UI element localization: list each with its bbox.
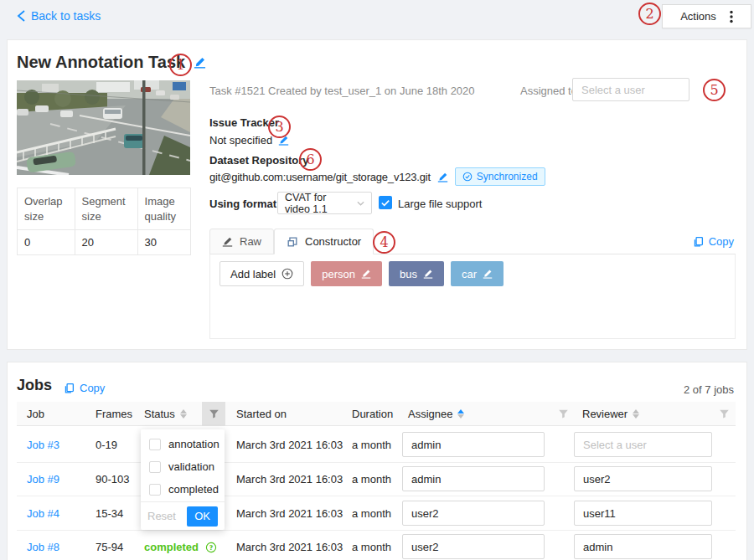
label-chip-person-text: person xyxy=(322,268,355,280)
annotation-circle-3: 3 xyxy=(268,116,291,138)
col-status[interactable]: Status xyxy=(144,402,187,426)
block-icon xyxy=(287,236,298,248)
col-duration: Duration xyxy=(352,402,393,426)
filter-reset-button[interactable]: Reset xyxy=(147,510,176,522)
check-circle-icon xyxy=(462,172,473,182)
status-cell: completed ? xyxy=(144,541,217,553)
col-started: Started on xyxy=(236,402,287,426)
assignee-sorter-icon[interactable] xyxy=(457,409,464,419)
assignee-input[interactable] xyxy=(402,534,545,559)
cvat-task-page: Back to tasks Actions New Annotation Tas… xyxy=(0,0,754,560)
edit-label-icon[interactable] xyxy=(483,269,493,279)
question-circle-icon[interactable]: ? xyxy=(205,542,217,553)
job-link[interactable]: Job #8 xyxy=(27,541,59,553)
filter-option-label: annotation xyxy=(168,438,219,450)
job-link[interactable]: Job #3 xyxy=(27,439,59,451)
col-job: Job xyxy=(27,402,44,426)
checkbox-unchecked[interactable] xyxy=(149,461,161,473)
using-format-label: Using format: xyxy=(209,198,281,210)
reviewer-input[interactable] xyxy=(574,432,712,457)
param-header-segment: Segment size xyxy=(75,188,137,230)
label-chip-car-text: car xyxy=(462,268,477,280)
label-chip-car[interactable]: car xyxy=(451,261,504,286)
status-sorter-icon[interactable] xyxy=(180,409,187,419)
tab-constructor[interactable]: Constructor xyxy=(274,229,374,254)
labels-copy-button[interactable]: Copy xyxy=(693,235,734,248)
annotation-circle-2: 2 xyxy=(638,3,661,25)
back-to-tasks-link[interactable]: Back to tasks xyxy=(17,9,101,23)
filter-ok-button[interactable]: OK xyxy=(187,506,218,527)
status-filter-icon[interactable] xyxy=(202,402,225,426)
frames-cell: 75-94 xyxy=(96,541,123,553)
duration-cell: a month xyxy=(352,507,391,520)
annotation-circle-5: 5 xyxy=(703,79,726,101)
filter-option-annotation[interactable]: annotation xyxy=(141,433,225,455)
filter-option-completed[interactable]: completed xyxy=(141,478,225,501)
col-assignee[interactable]: Assignee xyxy=(408,402,464,426)
sync-status-tag: Synchronized xyxy=(455,167,545,186)
started-cell: March 3rd 2021 16:03 xyxy=(236,439,343,451)
reviewer-filter-icon[interactable] xyxy=(712,402,736,426)
dataset-repository-url[interactable]: git@github.com:username/git_storage_v123… xyxy=(209,171,431,183)
assignee-select-input[interactable] xyxy=(572,78,689,101)
assigned-to-label: Assigned to xyxy=(520,85,577,97)
assignee-input[interactable] xyxy=(402,466,545,491)
reviewer-input[interactable] xyxy=(574,534,712,559)
assignee-input[interactable] xyxy=(402,432,545,457)
jobs-count: 2 of 7 jobs xyxy=(684,383,734,396)
duration-cell: a month xyxy=(352,473,391,486)
issue-tracker-value: Not specified xyxy=(209,134,272,146)
row-divider xyxy=(17,462,736,463)
annotation-circle-6: 6 xyxy=(299,148,322,171)
reviewer-input[interactable] xyxy=(574,466,712,491)
row-divider xyxy=(17,496,736,496)
reviewer-input[interactable] xyxy=(574,501,712,526)
param-header-quality: Image quality xyxy=(137,188,190,230)
assignee-input[interactable] xyxy=(402,501,545,526)
edit-label-icon[interactable] xyxy=(361,269,371,279)
job-link[interactable]: Job #9 xyxy=(27,473,59,486)
param-value-quality: 30 xyxy=(137,230,190,255)
label-chip-bus-text: bus xyxy=(400,268,417,280)
format-select-value: CVAT for video 1.1 xyxy=(285,192,352,215)
filter-option-label: validation xyxy=(168,460,214,473)
started-cell: March 3rd 2021 16:03 xyxy=(236,541,343,553)
row-divider xyxy=(17,530,736,531)
label-chip-person[interactable]: person xyxy=(311,261,382,286)
edit-task-name-icon[interactable] xyxy=(194,56,206,69)
sync-status-text: Synchronized xyxy=(477,171,538,182)
job-link[interactable]: Job #4 xyxy=(27,507,59,520)
started-cell: March 3rd 2021 16:03 xyxy=(236,507,343,520)
param-value-overlap: 0 xyxy=(18,230,75,255)
status-filter-dropdown: annotation validation completed Reset OK xyxy=(141,429,225,530)
jobs-copy-button[interactable]: Copy xyxy=(64,382,105,394)
task-parameters-table: Overlap size Segment size Image quality … xyxy=(17,188,191,255)
tab-raw-label: Raw xyxy=(240,235,261,248)
jobs-title: Jobs xyxy=(17,377,52,394)
copy-icon xyxy=(64,383,75,394)
edit-repository-icon[interactable] xyxy=(437,172,448,182)
reviewer-sorter-icon[interactable] xyxy=(633,409,639,419)
edit-label-icon[interactable] xyxy=(423,269,433,279)
started-cell: March 3rd 2021 16:03 xyxy=(236,473,343,486)
actions-label: Actions xyxy=(680,10,716,23)
jobs-copy-label: Copy xyxy=(80,382,105,394)
large-file-checkbox[interactable] xyxy=(379,196,392,209)
col-reviewer[interactable]: Reviewer xyxy=(582,402,639,426)
plus-circle-icon xyxy=(281,268,293,280)
tab-raw[interactable]: Raw xyxy=(209,229,274,254)
checkbox-unchecked[interactable] xyxy=(149,439,161,450)
filter-option-validation[interactable]: validation xyxy=(141,455,225,478)
add-label-button[interactable]: Add label xyxy=(219,261,304,286)
assignee-filter-icon[interactable] xyxy=(551,402,575,426)
frames-cell: 0-19 xyxy=(96,439,117,451)
param-header-overlap: Overlap size xyxy=(18,188,75,230)
checkbox-unchecked[interactable] xyxy=(149,484,161,496)
svg-text:?: ? xyxy=(209,543,214,551)
add-label-text: Add label xyxy=(230,268,276,280)
format-select[interactable]: CVAT for video 1.1 xyxy=(277,192,372,214)
dataset-repository-label: Dataset Repository xyxy=(209,154,308,167)
actions-button[interactable]: Actions xyxy=(662,4,751,28)
label-chip-bus[interactable]: bus xyxy=(389,261,444,286)
task-preview-image xyxy=(17,80,190,175)
